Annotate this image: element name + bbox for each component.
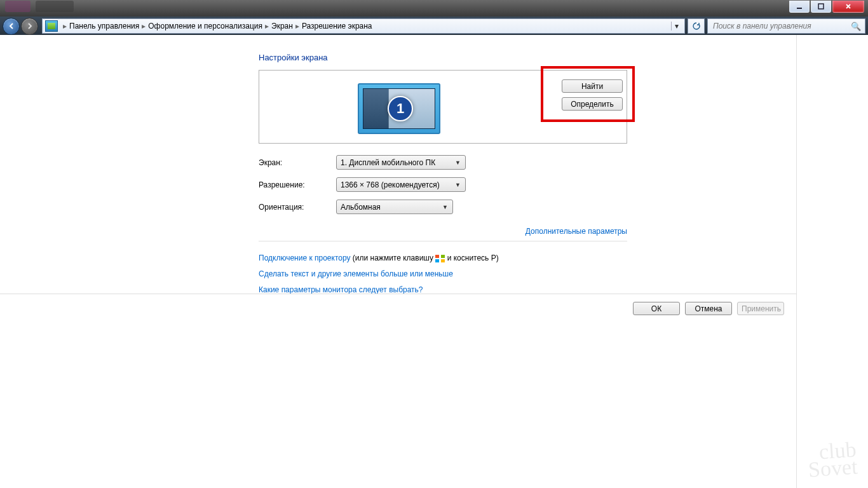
monitor-number-badge: 1 [388,96,413,121]
content-area: Настройки экрана 1 Найти Определить Экра… [0,35,868,488]
address-bar[interactable]: ▸ Панель управления ▸ Оформление и персо… [42,18,685,34]
ok-button[interactable]: ОК [633,302,680,315]
search-box[interactable]: 🔍 [707,18,865,34]
screen-label: Экран: [259,158,336,167]
breadcrumb-l2[interactable]: Экран [271,22,293,30]
breadcrumb-root[interactable]: Панель управления [69,22,139,30]
tutorial-highlight [541,66,635,122]
detect-button[interactable]: Определить [562,97,623,111]
refresh-button[interactable] [688,18,705,34]
projector-hint-a: (или нажмите клавишу [351,254,436,262]
svg-rect-1 [818,4,824,9]
window-titlebar [0,0,868,17]
chevron-down-icon: ▼ [440,202,450,212]
help-links: Подключение к проектору (или нажмите кла… [259,241,627,299]
chevron-down-icon: ▼ [453,158,463,167]
main-panel: Настройки экрана 1 Найти Определить Экра… [259,35,627,299]
bg-blur [5,1,31,12]
dialog-footer: ОК Отмена Применить [0,294,797,323]
orientation-label: Ориентация: [259,203,336,212]
apply-button: Применить [737,302,784,315]
divider [796,35,797,488]
windows-key-icon [435,255,445,262]
svg-rect-0 [797,8,802,9]
watermark: clubSovet [806,440,858,478]
text-size-link[interactable]: Сделать текст и другие элементы больше и… [259,269,453,278]
chevron-right-icon: ▸ [265,22,269,30]
screen-value: 1. Дисплей мобильного ПК [341,158,435,167]
resolution-value: 868 × 488 (рекомендуется) [341,180,440,189]
explorer-navbar: ▸ Панель управления ▸ Оформление и персо… [0,17,868,36]
search-input[interactable] [712,21,851,31]
close-button[interactable] [832,1,864,13]
orientation-value: Альбомная [341,203,381,212]
display-arrangement-box: 1 Найти Определить [259,70,627,144]
cancel-button[interactable]: Отмена [685,302,732,315]
page-title: Настройки экрана [259,53,627,62]
resolution-label: Разрешение: [259,180,336,189]
search-icon[interactable]: 🔍 [851,22,861,31]
control-panel-icon [45,20,58,32]
screen-dropdown[interactable]: 1. Дисплей мобильного ПК ▼ [336,155,466,170]
maximize-button[interactable] [811,1,831,13]
settings-form: Экран: 1. Дисплей мобильного ПК ▼ Разреш… [259,155,627,214]
chevron-down-icon: ▼ [453,180,463,189]
bg-blur [36,1,74,12]
advanced-settings-link[interactable]: Дополнительные параметры [526,227,627,236]
monitor-preview[interactable]: 1 [358,83,440,134]
projector-hint-b: и коснитесь P) [445,254,498,262]
address-dropdown[interactable]: ▾ [671,22,682,30]
breadcrumb-l3[interactable]: Разрешение экрана [302,22,372,30]
projector-link[interactable]: Подключение к проектору [259,254,351,262]
breadcrumb-l1[interactable]: Оформление и персонализация [148,22,262,30]
chevron-right-icon: ▸ [295,22,299,30]
forward-button[interactable] [21,18,38,35]
orientation-dropdown[interactable]: Альбомная ▼ [336,200,453,214]
chevron-right-icon: ▸ [142,22,146,30]
find-button[interactable]: Найти [562,79,623,93]
minimize-button[interactable] [789,1,810,13]
resolution-dropdown[interactable]: 868 × 488 (рекомендуется) ▼ [336,177,466,192]
chevron-right-icon: ▸ [63,22,67,30]
back-button[interactable] [3,18,20,35]
